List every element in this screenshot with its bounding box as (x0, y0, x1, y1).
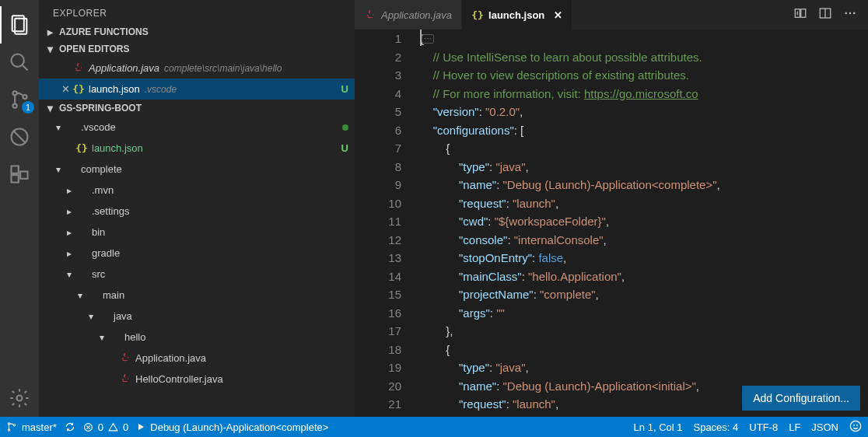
svg-rect-14 (801, 9, 806, 18)
status-cursor-pos[interactable]: Ln 1, Col 1 (634, 421, 683, 433)
status-debug-target[interactable]: Debug (Launch)-Application<complete> (136, 421, 328, 433)
svg-point-5 (13, 104, 17, 108)
file-path-hint: complete\src\main\java\hello (164, 63, 282, 74)
settings-gear-icon[interactable] (0, 379, 39, 417)
line-number: 2 (355, 48, 401, 67)
explorer-sidebar: EXPLORER ▸AZURE FUNCTIONS ▾OPEN EDITORS … (39, 0, 355, 417)
activity-bar: 1 (0, 0, 39, 417)
java-file-icon (120, 372, 131, 386)
tree-item[interactable]: ▸gradle (39, 243, 355, 264)
chevron-right-icon: ▸ (64, 185, 75, 196)
line-number: 8 (355, 158, 401, 177)
status-branch[interactable]: master* (6, 421, 57, 433)
open-editor-item[interactable]: ✕{}launch.json.vscodeU (39, 79, 355, 100)
close-icon[interactable]: ✕ (554, 9, 562, 21)
tab-label: Application.java (381, 9, 452, 21)
open-editor-item[interactable]: Application.javacomplete\src\main\java\h… (39, 58, 355, 79)
line-number: 6 (355, 121, 401, 140)
chevron-down-icon: ▾ (44, 102, 56, 114)
status-indent[interactable]: Spaces: 4 (693, 421, 738, 433)
chevron-down-icon: ▾ (75, 290, 86, 301)
debug-icon[interactable] (0, 118, 39, 156)
tree-item[interactable]: ▾complete (39, 159, 355, 180)
chevron-right-icon: ▸ (64, 206, 75, 217)
close-icon[interactable]: ✕ (59, 83, 72, 95)
tab-bar: Application.java{}launch.json✕ (355, 0, 868, 30)
chevron-right-icon: ▸ (64, 248, 75, 259)
chevron-right-icon: ▸ (64, 227, 75, 238)
tree-item[interactable]: Application.java (39, 348, 355, 369)
line-number: 4 (355, 85, 401, 103)
svg-point-27 (850, 421, 860, 431)
svg-rect-9 (12, 166, 19, 173)
java-file-icon (120, 351, 131, 365)
tree-item-label: .mvn (92, 184, 114, 196)
tree-item[interactable]: HelloController.java (39, 369, 355, 390)
tab-label: launch.json (488, 9, 544, 21)
svg-point-21 (8, 423, 9, 425)
compare-changes-icon[interactable] (793, 6, 807, 23)
line-number: 16 (355, 304, 401, 323)
tree-item[interactable]: {}launch.jsonU (39, 138, 355, 159)
line-number: 11 (355, 212, 401, 231)
line-number-gutter: 123456789101112131415161718192021 (355, 30, 420, 417)
feedback-smiley-icon[interactable] (849, 420, 862, 435)
tree-item[interactable]: ▾hello (39, 327, 355, 348)
svg-point-28 (854, 425, 855, 425)
status-language[interactable]: JSON (811, 421, 838, 433)
chevron-down-icon: ▾ (53, 122, 64, 133)
tree-item-label: src (92, 268, 105, 280)
explorer-icon[interactable] (0, 6, 39, 44)
status-bar: master* 0 0 Debug (Launch)-Application<c… (0, 417, 868, 437)
tree-item[interactable]: ▾.vscode (39, 117, 355, 138)
java-file-icon (365, 9, 376, 22)
json-file-icon: {} (72, 83, 85, 95)
tree-item-label: .vscode (81, 121, 116, 133)
tree-item[interactable]: ▸.mvn (39, 180, 355, 201)
split-editor-icon[interactable] (818, 6, 832, 23)
extensions-icon[interactable] (0, 156, 39, 193)
search-icon[interactable] (0, 44, 39, 81)
tree-item-label: bin (92, 226, 105, 238)
tree-item[interactable]: ▸bin (39, 222, 355, 243)
chevron-down-icon: ▾ (53, 164, 64, 175)
line-number: 20 (355, 377, 401, 396)
editor-tab[interactable]: Application.java (355, 0, 462, 30)
status-sync[interactable] (65, 421, 75, 432)
section-project[interactable]: ▾GS-SPRING-BOOT (39, 100, 355, 117)
line-number: 7 (355, 139, 401, 158)
chevron-right-icon: ▸ (44, 26, 56, 38)
file-label: launch.json (89, 83, 140, 95)
line-number: 13 (355, 249, 401, 267)
code-editor[interactable]: 123456789101112131415161718192021 {⋯ // … (355, 30, 868, 417)
tree-item-label: gradle (92, 247, 120, 259)
editor-area: Application.java{}launch.json✕ 123456789… (355, 0, 868, 417)
line-number: 3 (355, 66, 401, 85)
source-control-icon[interactable]: 1 (0, 81, 39, 118)
more-icon[interactable] (843, 6, 857, 23)
tree-item[interactable]: ▾main (39, 285, 355, 306)
status-problems[interactable]: 0 0 (83, 421, 128, 433)
tree-item[interactable]: ▾java (39, 306, 355, 327)
add-configuration-button[interactable]: Add Configuration... (742, 386, 860, 411)
tree-item-label: .settings (92, 205, 129, 217)
chevron-down-icon: ▾ (86, 311, 96, 322)
tree-item[interactable]: ▾src (39, 264, 355, 285)
line-number: 18 (355, 341, 401, 359)
editor-tab[interactable]: {}launch.json✕ (462, 0, 572, 30)
git-status-badge: U (341, 142, 348, 154)
line-number: 5 (355, 103, 401, 121)
chevron-down-icon: ▾ (44, 43, 56, 55)
status-eol[interactable]: LF (789, 421, 800, 433)
section-azure-functions[interactable]: ▸AZURE FUNCTIONS (39, 23, 355, 40)
chevron-down-icon: ▾ (64, 269, 75, 280)
section-open-editors[interactable]: ▾OPEN EDITORS (39, 40, 355, 58)
tree-item-label: java (114, 310, 132, 322)
svg-rect-10 (12, 175, 19, 182)
svg-point-18 (845, 12, 847, 14)
svg-point-22 (8, 429, 9, 431)
tree-item[interactable]: ▸.settings (39, 201, 355, 222)
status-encoding[interactable]: UTF-8 (749, 421, 778, 433)
svg-point-2 (12, 54, 24, 67)
sidebar-title: EXPLORER (39, 0, 355, 23)
